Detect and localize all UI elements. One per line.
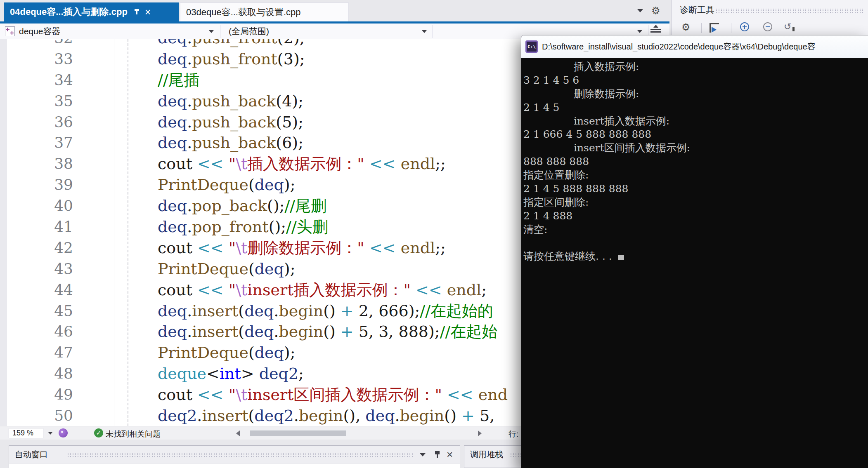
tab-03deque-get-set[interactable]: 03deque容...获取与设置.cpp — [180, 2, 349, 21]
divider — [701, 23, 702, 33]
symbol-icon — [5, 26, 15, 36]
pin-icon[interactable] — [133, 9, 140, 15]
code-text: deq.push_back(6); — [158, 132, 303, 153]
code-text: cout << "\tinsert插入数据示例：" << endl; — [158, 280, 487, 301]
code-text: PrintDeque(deq); — [158, 259, 295, 280]
chevron-down-icon[interactable] — [420, 453, 426, 456]
console-line: 2 1 666 4 5 888 888 888 — [523, 128, 868, 141]
members-dropdown[interactable]: (全局范围) — [221, 24, 432, 39]
panel-title: 调用堆栈 — [470, 446, 503, 463]
chevron-down-icon — [209, 30, 214, 33]
line-number: 46 — [0, 321, 73, 342]
line-number: 41 — [0, 216, 73, 238]
tab-label: 04deque容...插入与删除.cpp — [10, 6, 128, 18]
zoom-in-icon[interactable] — [740, 22, 749, 31]
panel-title: 自动窗口 — [15, 446, 48, 463]
drag-texture — [715, 8, 865, 13]
console-line: 插入数据示例: — [523, 60, 868, 74]
code-text: deq.push_back(4); — [158, 91, 303, 112]
code-text: deq.pop_front();//头删 — [158, 216, 328, 238]
code-text: //尾插 — [158, 70, 200, 91]
line-number: 39 — [0, 174, 73, 195]
snapshot-icon[interactable] — [710, 23, 719, 33]
code-text: deq2.insert(deq2.begin(), deq.begin() + … — [158, 405, 494, 426]
line-number: 43 — [0, 259, 73, 280]
pin-icon[interactable] — [434, 450, 441, 458]
zoom-level-selector[interactable]: 159 % — [9, 428, 43, 438]
editor-split-handle[interactable] — [650, 25, 661, 36]
console-line: 3 2 1 4 5 6 — [523, 74, 868, 87]
horizontal-scrollbar-thumb[interactable] — [250, 430, 346, 436]
console-line: insert插入数据示例: — [523, 115, 868, 128]
chevron-down-icon[interactable] — [48, 432, 53, 435]
members-dropdown-value: (全局范围) — [229, 26, 269, 37]
console-line: 清空: — [523, 223, 868, 237]
gear-icon[interactable]: ⚙ — [651, 6, 660, 16]
console-title: D:\software_install\visual_studio2022\co… — [542, 41, 816, 52]
line-number: 33 — [0, 49, 73, 70]
console-line: 指定区间删除: — [523, 196, 868, 209]
console-title-bar[interactable]: C:\ D:\software_install\visual_studio202… — [521, 35, 868, 58]
autos-window: 自动窗口 × — [9, 445, 460, 468]
divider — [220, 25, 220, 38]
line-number: 35 — [0, 91, 73, 112]
code-text: cout << "\t删除数据示例：" << endl;; — [158, 238, 446, 259]
console-line: 2 1 4 5 888 888 888 — [523, 182, 868, 196]
line-number: 38 — [0, 153, 73, 174]
divider — [433, 25, 433, 38]
reset-view-icon[interactable]: ↺ — [784, 21, 791, 32]
code-text: deq.insert(deq.begin() + 5, 3, 888);//在起… — [158, 321, 497, 342]
code-text: deq.pop_back();//尾删 — [158, 195, 326, 216]
autos-content[interactable] — [9, 463, 460, 468]
autos-title-bar[interactable]: 自动窗口 × — [9, 446, 460, 463]
close-icon[interactable]: × — [145, 7, 151, 17]
zoom-out-icon[interactable] — [763, 22, 772, 31]
console-window: C:\ D:\software_install\visual_studio202… — [521, 35, 868, 468]
console-line — [523, 237, 868, 250]
code-text: deq.push_front(2); — [158, 39, 305, 49]
line-number: 49 — [0, 384, 73, 405]
line-number: 44 — [0, 280, 73, 301]
panel-title: 诊断工具 — [680, 4, 714, 16]
chevron-down-icon — [637, 30, 642, 33]
console-line: 指定位置删除: — [523, 169, 868, 182]
line-number: 47 — [0, 342, 73, 363]
code-text: deq.insert(deq.begin() + 2, 666);//在起始的 — [158, 301, 493, 322]
document-tab-strip: 04deque容...插入与删除.cpp × 03deque容...获取与设置.… — [0, 0, 669, 21]
line-number: 32 — [0, 39, 73, 49]
chevron-down-icon — [422, 30, 427, 33]
console-line: insert区间插入数据示例: — [523, 141, 868, 155]
scroll-left-icon[interactable] — [236, 430, 240, 436]
tab-list-dropdown-icon[interactable] — [637, 9, 643, 12]
line-position-label: 行: — [509, 429, 518, 440]
types-dropdown[interactable]: deque容器 — [5, 24, 220, 39]
line-number: 42 — [0, 238, 73, 259]
check-icon: ✓ — [94, 428, 103, 437]
code-text: PrintDeque(deq); — [158, 174, 295, 195]
line-number: 48 — [0, 363, 73, 384]
console-cursor — [618, 255, 624, 260]
tab-label: 03deque容...获取与设置.cpp — [186, 6, 301, 19]
console-output[interactable]: 插入数据示例:3 2 1 4 5 6删除数据示例:2 1 4 5insert插入… — [521, 58, 868, 468]
code-text: deque<int> deq2; — [158, 363, 304, 384]
drag-texture — [67, 452, 414, 457]
health-indicator-icon[interactable] — [59, 428, 68, 437]
line-number: 40 — [0, 195, 73, 216]
line-number: 37 — [0, 132, 73, 153]
health-status-text: 未找到相关问题 — [106, 429, 161, 440]
close-icon[interactable]: × — [447, 448, 453, 461]
settings-gear-icon[interactable]: ⚙ — [681, 22, 691, 32]
line-number: 45 — [0, 301, 73, 322]
console-icon: C:\ — [525, 40, 538, 53]
code-text: cout << "\tinsert区间插入数据示例：" << end — [158, 384, 508, 405]
console-line: 删除数据示例: — [523, 87, 868, 101]
line-number: 36 — [0, 112, 73, 133]
console-line: 2 1 4 5 — [523, 101, 868, 115]
code-text: cout << "\t插入数据示例：" << endl;; — [158, 153, 446, 174]
console-line: 888 888 888 — [523, 155, 868, 169]
scroll-right-icon[interactable] — [478, 430, 482, 436]
code-text: deq.push_front(3); — [158, 49, 305, 70]
tab-04deque-insert-delete[interactable]: 04deque容...插入与删除.cpp × — [4, 2, 179, 21]
code-text: deq.push_back(5); — [158, 112, 303, 133]
divider — [731, 23, 731, 33]
